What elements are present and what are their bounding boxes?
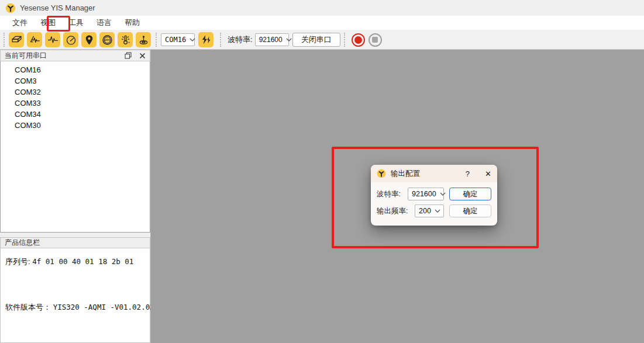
baud-rate-label: 波特率: [228,34,253,45]
app-logo-icon [5,3,16,13]
dialog-body: 波特率: 921600 确定 输出频率: 200 [371,182,497,217]
dialog-baud-value: 921600 [412,190,436,198]
firmware-version-label: 软件版本号： [5,303,51,311]
firmware-version-row: 软件版本号： YIS320 -AQMI -V01.02.03; [5,302,145,313]
chevron-down-icon [431,209,440,213]
gauge-icon [65,34,77,46]
toolbar-button-attitude-wave[interactable] [27,32,42,47]
toolbar: UTC COM16 [0,30,644,50]
product-info-header: 产品信息栏 [0,237,150,248]
toolbar-button-waveform[interactable] [45,32,60,47]
float-window-icon [125,52,132,59]
port-list-item[interactable]: COM33 [1,98,150,109]
port-list-item[interactable]: COM34 [1,109,150,120]
toolbar-drag-handle[interactable] [4,33,6,47]
dialog-output-rate-select[interactable]: 200 [415,205,444,217]
baud-rate-value: 921600 [259,36,283,44]
output-config-dialog: 输出配置 ? ✕ 波特率: 921600 确定 [371,165,497,226]
chevron-down-icon [186,38,195,41]
product-info-body: 序列号: 4f 01 00 40 01 18 2b 01 软件版本号： YIS3… [0,248,150,343]
menu-bar: 文件 视图 工具 语言 帮助 [0,16,644,30]
serial-number-label: 序列号: [5,257,30,266]
close-serial-port-button[interactable]: 关闭串口 [292,33,340,47]
toolbar-button-3d-model[interactable] [9,32,24,47]
menu-item-language[interactable]: 语言 [90,16,118,30]
record-button[interactable] [352,33,365,47]
port-list-item[interactable]: COM32 [1,86,150,98]
content-area: 当前可用串口 COM16 [0,50,644,343]
baud-rate-config-row: 波特率: 921600 确定 [377,188,491,200]
menu-item-file[interactable]: 文件 [6,16,34,30]
utc-clock-icon: UTC [101,34,113,46]
dialog-output-rate-value: 200 [419,207,431,215]
panel-splitter[interactable] [0,233,150,237]
firmware-version-value: YIS320 -AQMI -V01.02.03; [53,303,159,311]
title-bar: Yesense YIS Manager [0,0,644,16]
baud-rate-select[interactable]: 921600 [255,33,289,46]
com-port-value: COM16 [165,36,186,44]
toolbar-button-temperature[interactable] [118,32,133,47]
serial-number-value: 4f 01 00 40 01 18 2b 01 [32,257,133,266]
product-info-title: 产品信息栏 [5,238,40,248]
app-logo-icon [377,169,386,178]
port-list-item[interactable]: COM16 [1,64,150,75]
dialog-title-bar[interactable]: 输出配置 ? ✕ [371,165,497,182]
cube-3d-icon [11,34,23,46]
dialog-close-button[interactable]: ✕ [485,169,491,178]
angle-wave-icon [29,34,41,46]
menu-item-tools[interactable]: 工具 [62,16,90,30]
location-pin-icon [83,34,95,46]
dock-close-button[interactable] [139,53,146,59]
stop-icon [372,37,378,43]
dock-title: 当前可用串口 [5,51,47,61]
window-title: Yesense YIS Manager [20,4,95,12]
double-lightning-icon [200,34,212,46]
com-port-select[interactable]: COM16 [161,33,195,46]
toolbar-button-utc-time[interactable]: UTC [99,32,115,47]
toolbar-button-gauge[interactable] [63,32,78,47]
toolbar-button-location[interactable] [81,32,97,47]
serial-number-row: 序列号: 4f 01 00 40 01 18 2b 01 [5,257,145,267]
dialog-title: 输出配置 [391,169,420,179]
port-list-item[interactable]: COM3 [1,75,150,86]
toolbar-drag-handle[interactable] [156,33,159,47]
dialog-baud-label: 波特率: [377,189,401,199]
serial-port-list: COM16 COM3 COM32 COM33 COM34 COM30 [0,61,150,233]
main-workspace: 输出配置 ? ✕ 波特率: 921600 确定 [151,50,644,343]
application-window: Yesense YIS Manager 文件 视图 工具 语言 帮助 [0,0,644,343]
dialog-help-button[interactable]: ? [466,169,470,178]
chevron-down-icon [283,38,292,41]
toolbar-drag-handle[interactable] [344,33,347,47]
dock-float-button[interactable] [125,52,132,59]
output-rate-config-row: 输出频率: 200 确定 [377,205,491,217]
menu-item-view[interactable]: 视图 [34,16,62,30]
port-list-item[interactable]: COM30 [1,120,150,131]
output-rate-confirm-button[interactable]: 确定 [449,205,491,217]
dock-header-available-ports: 当前可用串口 [0,50,150,61]
svg-text:UTC: UTC [104,39,111,41]
record-icon [354,36,362,44]
close-icon [139,53,146,59]
stop-button[interactable] [369,33,382,47]
toolbar-button-magnetometer[interactable] [136,32,151,47]
thermometer-icon [119,34,132,46]
menu-item-help[interactable]: 帮助 [118,16,146,30]
magnetometer-probe-icon [137,34,150,46]
dialog-baud-select[interactable]: 921600 [408,188,444,200]
refresh-ports-button[interactable] [198,32,213,47]
chevron-down-icon [436,192,446,196]
left-dock-panel: 当前可用串口 COM16 [0,50,151,343]
toolbar-drag-handle[interactable] [220,33,223,47]
dialog-output-rate-label: 输出频率: [377,206,408,216]
waveform-icon [47,34,59,46]
baud-confirm-button[interactable]: 确定 [449,188,491,200]
